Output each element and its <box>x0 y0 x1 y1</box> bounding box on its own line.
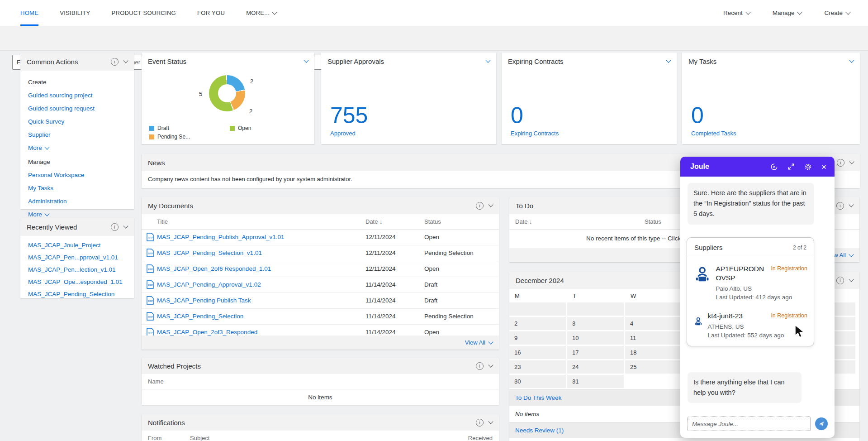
calendar-cell[interactable]: 31 <box>567 375 624 388</box>
supplier-item[interactable]: AP1EUPRODN OVSP In Registration Palo Alt… <box>687 257 814 301</box>
calendar-cell[interactable]: 11 <box>625 331 682 345</box>
event-status-donut-chart[interactable] <box>209 75 245 111</box>
document-link[interactable]: MAS_JCAP_Pending_Selection_v1.01 <box>157 249 262 256</box>
table-row[interactable]: RFP MAS_JCAP_Pending_Selection_v1.01 12/… <box>142 245 499 261</box>
column-received[interactable]: Received <box>468 435 493 441</box>
supplier-name[interactable]: kt4-jun8-23 <box>707 312 771 321</box>
calendar-cell[interactable]: 23 <box>509 360 566 374</box>
sidebar-link-guided-sourcing-project[interactable]: Guided sourcing project <box>28 92 126 99</box>
chevron-down-icon[interactable] <box>123 58 128 63</box>
new-session-icon[interactable] <box>770 163 778 171</box>
document-link[interactable]: MAS_JCAP_Pending_Approval_v1.02 <box>157 281 261 288</box>
sidebar-link-personal-workspace[interactable]: Personal Workspace <box>28 172 126 178</box>
document-link[interactable]: MAS_JCAP_Open_2of3_Responded <box>157 329 257 336</box>
table-row[interactable]: RFP MAS_JCAP_Pending_Approval_v1.02 11/1… <box>142 277 499 293</box>
column-status[interactable]: Status <box>424 218 441 225</box>
calendar-cell[interactable] <box>509 302 566 316</box>
calendar-cell[interactable]: 30 <box>509 375 566 388</box>
info-icon[interactable] <box>111 58 119 66</box>
my-documents-view-all[interactable]: View All <box>142 336 499 350</box>
table-row[interactable]: RFP MAS_JCAP_Pending_Selection 11/14/202… <box>142 309 499 325</box>
recent-item-link[interactable]: MAS_JCAP_Ope...esponded_1.01 <box>28 278 126 285</box>
chevron-down-icon[interactable] <box>849 277 854 282</box>
tab-product-sourcing[interactable]: PRODUCT SOURCING <box>112 0 176 26</box>
info-icon[interactable] <box>836 277 844 284</box>
rfp-document-icon: RFP <box>147 264 154 273</box>
supplier-name[interactable]: AP1EUPRODN OVSP <box>716 264 771 283</box>
create-more-link[interactable]: More <box>28 144 126 151</box>
create-menu[interactable]: Create <box>824 10 850 16</box>
calendar-cell[interactable]: 18 <box>625 346 682 359</box>
column-subject[interactable]: Subject <box>190 435 209 441</box>
tab-visibility[interactable]: VISIBILITY <box>60 0 90 26</box>
calendar-cell[interactable] <box>567 302 624 316</box>
info-icon[interactable] <box>111 223 119 231</box>
calendar-cell[interactable]: 24 <box>567 360 624 374</box>
table-row[interactable]: RFP MAS_JCAP_Open_2of6 Responded_1.01 12… <box>142 261 499 277</box>
info-icon[interactable] <box>836 202 844 210</box>
info-icon[interactable] <box>837 159 844 167</box>
expand-icon[interactable] <box>787 163 795 170</box>
chevron-down-icon[interactable] <box>123 223 128 228</box>
manage-more-link[interactable]: More <box>28 211 126 218</box>
table-row[interactable]: RFP MAS_JCAP_Pending_Publish_Approval_v1… <box>142 230 499 245</box>
sidebar-link-quick-survey[interactable]: Quick Survey <box>28 118 126 125</box>
info-icon[interactable] <box>476 419 484 427</box>
supplier-item[interactable]: kt4-jun8-23 In Registration ATHENS, US L… <box>687 301 814 339</box>
column-from[interactable]: From <box>148 435 161 441</box>
sidebar-link-supplier[interactable]: Supplier <box>28 131 126 138</box>
column-date-sorted[interactable]: Date <box>515 218 532 225</box>
chevron-down-icon[interactable] <box>849 159 854 164</box>
settings-gear-icon[interactable] <box>804 163 812 171</box>
document-link[interactable]: MAS_JCAP_Pending Publish Task <box>157 297 251 304</box>
tab-more[interactable]: MORE... <box>246 0 276 26</box>
approved-label[interactable]: Approved <box>330 130 368 137</box>
chevron-down-icon[interactable] <box>666 58 671 62</box>
info-icon[interactable] <box>476 202 484 210</box>
joule-message-input[interactable] <box>688 417 811 431</box>
recent-menu[interactable]: Recent <box>723 10 750 16</box>
tab-for-you[interactable]: FOR YOU <box>197 0 225 26</box>
chevron-down-icon[interactable] <box>485 58 490 62</box>
calendar-cell[interactable]: 2 <box>509 317 566 330</box>
chevron-down-icon[interactable] <box>488 419 493 424</box>
expiring-contracts-card: Expiring Contracts 0 Expiring Contracts <box>502 53 677 144</box>
recent-item-link[interactable]: MAS_JCAP_Pen...lection_v1.01 <box>28 266 126 273</box>
sidebar-link-guided-sourcing-request[interactable]: Guided sourcing request <box>28 105 126 112</box>
calendar-cell[interactable]: 25 <box>625 360 682 374</box>
document-link[interactable]: MAS_JCAP_Pending_Selection <box>157 313 243 320</box>
tab-home[interactable]: HOME <box>20 0 38 26</box>
document-link[interactable]: MAS_JCAP_Open_2of6 Responded_1.01 <box>157 265 271 272</box>
chevron-down-icon[interactable] <box>849 202 854 207</box>
calendar-cell[interactable]: 9 <box>509 331 566 345</box>
recent-item-link[interactable]: MAS_JCAP_Pen...pproval_v1.01 <box>28 254 126 261</box>
column-date-sorted[interactable]: Date <box>365 218 383 225</box>
calendar-cell[interactable]: 4 <box>625 317 682 330</box>
chevron-down-icon[interactable] <box>849 58 854 62</box>
manage-menu[interactable]: Manage <box>773 10 802 16</box>
table-row[interactable]: RFP MAS_JCAP_Open_2of3_Responded 11/14/2… <box>142 325 499 336</box>
sidebar-link-my-tasks[interactable]: My Tasks <box>28 185 126 192</box>
sidebar-link-administration[interactable]: Administration <box>28 198 126 205</box>
expiring-label[interactable]: Expiring Contracts <box>511 130 559 137</box>
todo-this-week-label: To Do This Week <box>515 394 561 401</box>
recent-item-link[interactable]: MAS_JCAP_Joule_Project <box>28 242 126 249</box>
column-title[interactable]: Title <box>157 218 168 225</box>
recent-item-link[interactable]: MAS_JCAP_Pending_Selection <box>28 291 126 297</box>
calendar-cell[interactable] <box>625 302 682 316</box>
document-link[interactable]: MAS_JCAP_Pending_Publish_Approval_v1.01 <box>157 234 284 240</box>
calendar-cell[interactable]: 16 <box>509 346 566 359</box>
send-button[interactable] <box>815 417 828 430</box>
calendar-cell[interactable]: 17 <box>567 346 624 359</box>
calendar-cell[interactable]: 10 <box>567 331 624 345</box>
chevron-down-icon[interactable] <box>304 58 308 62</box>
column-status[interactable]: Status <box>645 218 661 225</box>
chevron-down-icon[interactable] <box>488 362 493 367</box>
column-name[interactable]: Name <box>148 378 164 385</box>
info-icon[interactable] <box>476 362 484 370</box>
completed-tasks-label[interactable]: Completed Tasks <box>691 130 736 137</box>
chevron-down-icon[interactable] <box>488 202 493 207</box>
close-icon[interactable]: × <box>821 163 826 171</box>
table-row[interactable]: RFP MAS_JCAP_Pending Publish Task 11/14/… <box>142 293 499 309</box>
calendar-cell[interactable]: 3 <box>567 317 624 330</box>
